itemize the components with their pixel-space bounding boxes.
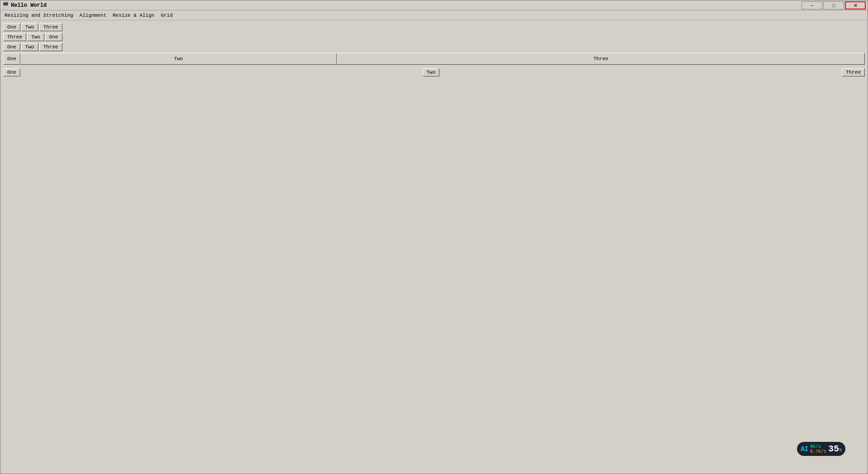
- button-row-1: One Two Three: [3, 23, 865, 31]
- row2-btn-three[interactable]: Three: [3, 33, 26, 41]
- systray-ai-label: AI: [801, 446, 808, 453]
- title-bar-text: 🖥️ Hello World: [2, 2, 866, 9]
- systray-percent-value: 35%: [828, 444, 842, 454]
- title-bar: 🖥️ Hello World − □ ✕: [0, 0, 868, 10]
- content-area: One Two Three Three Two One One Two Thre…: [0, 20, 868, 474]
- row4-btn-one[interactable]: One: [3, 53, 20, 65]
- close-button[interactable]: ✕: [845, 1, 866, 9]
- window-title: Hello World: [11, 2, 47, 9]
- row5-btn-two[interactable]: Two: [423, 68, 440, 76]
- menubar: Resizing and Stretching Alignment Resize…: [0, 10, 868, 20]
- button-row-2: Three Two One: [3, 33, 865, 41]
- row5-btn-three[interactable]: Three: [842, 68, 865, 76]
- button-row-3: One Two Three: [3, 43, 865, 51]
- row2-btn-two[interactable]: Two: [27, 33, 44, 41]
- systray-speed-info: 0K/s 0.7K/s: [810, 444, 826, 454]
- restore-button[interactable]: □: [823, 1, 844, 9]
- menu-resize-align[interactable]: Resize & Align: [109, 11, 157, 19]
- stretch-row-5: One Two Three: [3, 66, 865, 78]
- row3-btn-two[interactable]: Two: [21, 43, 38, 51]
- systray-download-speed: 0.7K/s: [810, 449, 826, 454]
- row3-btn-one[interactable]: One: [3, 43, 20, 51]
- row4-btn-three[interactable]: Three: [337, 53, 865, 65]
- menu-grid[interactable]: Grid: [158, 11, 176, 19]
- window-icon: 🖥️: [2, 2, 9, 9]
- stretch-row-4: One Two Three: [3, 53, 865, 65]
- systray-upload-speed: 0K/s: [810, 444, 826, 449]
- row3-btn-three[interactable]: Three: [39, 43, 62, 51]
- title-bar-controls: − □ ✕: [802, 1, 866, 9]
- row4-btn-two[interactable]: Two: [20, 53, 337, 65]
- row5-btn-one[interactable]: One: [3, 68, 20, 76]
- row1-btn-one[interactable]: One: [3, 23, 20, 31]
- row1-btn-three[interactable]: Three: [39, 23, 62, 31]
- minimize-button[interactable]: −: [802, 1, 822, 9]
- systray: AI 0K/s 0.7K/s 35%: [797, 442, 845, 456]
- menu-resizing[interactable]: Resizing and Stretching: [1, 11, 76, 19]
- main-window: 🖥️ Hello World − □ ✕ Resizing and Stretc…: [0, 0, 868, 474]
- menu-alignment[interactable]: Alignment: [76, 11, 109, 19]
- systray-percent-number: 35: [828, 444, 839, 454]
- row1-btn-two[interactable]: Two: [21, 23, 38, 31]
- row2-btn-one[interactable]: One: [45, 33, 62, 41]
- systray-percent-symbol: %: [839, 448, 842, 453]
